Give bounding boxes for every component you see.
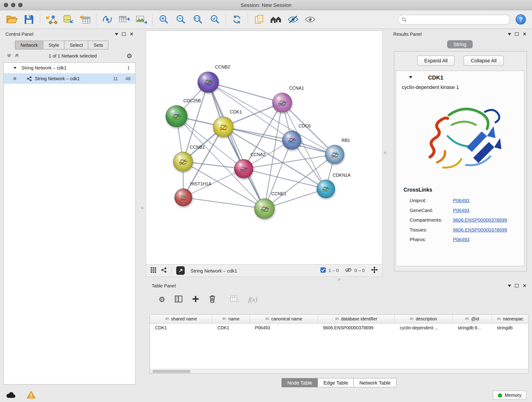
crosslink-value-link[interactable]: P06493 — [453, 207, 469, 213]
collapse-gene-icon[interactable] — [409, 76, 412, 78]
table-cell[interactable]: stringdb — [492, 324, 529, 332]
import-network-database-button[interactable] — [60, 12, 76, 27]
panel-float-icon[interactable] — [515, 32, 519, 36]
network-node-ccna2[interactable] — [234, 159, 253, 178]
panel-close-icon[interactable]: ✕ — [523, 283, 526, 288]
network-options-gear-icon[interactable]: ⚙ — [127, 53, 132, 59]
crosslink-value-link[interactable]: 9606.ENSP00000378699 — [453, 227, 507, 232]
birds-eye-view-icon[interactable] — [150, 267, 157, 274]
panel-close-icon[interactable]: ✕ — [523, 32, 526, 36]
toolbar-search — [398, 14, 510, 24]
panel-float-icon[interactable] — [515, 284, 519, 287]
network-node-ccne1[interactable] — [254, 198, 275, 219]
column-header[interactable]: @id — [452, 315, 492, 323]
warning-icon[interactable] — [27, 390, 36, 400]
network-overview-icon[interactable] — [161, 267, 167, 274]
table-data-row[interactable]: CDK1CDK1P064939606.ENSP00000378699cyclin… — [150, 324, 528, 332]
collapse-all-networks-icon[interactable] — [7, 53, 11, 59]
network-view-panel: CCNB2CCNA1CDC25BCDK1CDC6RB1CCNB1CCNA2CDK… — [146, 31, 382, 277]
panel-menu-icon[interactable] — [508, 284, 511, 287]
splitter-handle[interactable] — [141, 206, 143, 209]
panel-float-icon[interactable] — [122, 32, 126, 36]
panel-close-icon[interactable]: ✕ — [130, 32, 133, 36]
network-node-hist1h1a[interactable] — [175, 189, 192, 206]
selected-checkbox-icon[interactable] — [320, 267, 326, 274]
splitter-handle[interactable] — [384, 152, 386, 154]
column-header[interactable]: shared name — [150, 315, 212, 323]
pan-mode-icon[interactable] — [371, 266, 378, 275]
scrollbar-thumb[interactable] — [152, 370, 191, 373]
panel-menu-icon[interactable] — [508, 33, 511, 35]
tab-select[interactable]: Select — [64, 41, 88, 50]
splitter-handle[interactable] — [338, 278, 341, 281]
network-canvas[interactable]: CCNB2CCNA1CDC25BCDK1CDC6RB1CCNB1CCNA2CDK… — [146, 31, 382, 264]
table-options-gear-icon[interactable]: ⚙ — [158, 296, 165, 303]
search-input[interactable] — [398, 14, 510, 24]
home-button[interactable] — [268, 12, 285, 27]
add-column-icon[interactable] — [192, 295, 199, 304]
function-builder-icon[interactable]: f(x) — [248, 296, 257, 303]
table-cell[interactable]: cyclin-dependent ... — [395, 324, 453, 332]
network-row[interactable]: String Network – cdk1 11 48 — [4, 73, 135, 84]
new-network-from-selection-button[interactable] — [99, 12, 116, 27]
show-columns-icon[interactable] — [174, 295, 183, 304]
table-cell[interactable]: CDK1 — [212, 324, 250, 332]
column-header[interactable]: database identifier — [318, 315, 395, 323]
tab-string[interactable]: String — [447, 40, 473, 49]
column-header[interactable]: description — [395, 315, 453, 323]
zoom-in-button[interactable] — [155, 12, 172, 27]
crosslink-value-link[interactable]: P06493 — [453, 236, 469, 242]
network-node-cdc25b[interactable] — [166, 105, 187, 127]
gene-card-header[interactable]: CDK1 — [396, 71, 524, 85]
tab-edge-table[interactable]: Edge Table — [317, 378, 354, 387]
import-network-file-button[interactable] — [43, 12, 60, 27]
import-table-button[interactable] — [77, 12, 94, 27]
open-session-button[interactable] — [3, 12, 20, 27]
tab-network[interactable]: Network — [15, 41, 43, 50]
table-cell[interactable]: CDK1 — [150, 324, 212, 332]
detach-view-button[interactable] — [176, 266, 185, 275]
table-cell[interactable]: 9606.ENSP00000378699 — [318, 324, 395, 332]
zoom-out-button[interactable] — [172, 12, 189, 27]
network-node-cdk1[interactable] — [213, 117, 234, 137]
export-network-button[interactable] — [116, 12, 133, 27]
expand-all-button[interactable]: Expand All — [417, 56, 455, 66]
tab-style[interactable]: Style — [43, 41, 65, 50]
expand-all-networks-icon[interactable] — [15, 53, 19, 59]
delete-column-icon[interactable] — [209, 294, 216, 305]
hide-selected-button[interactable] — [285, 12, 302, 27]
export-image-button[interactable] — [133, 12, 150, 27]
column-header[interactable]: canonical name — [250, 315, 318, 323]
network-node-ccnb2[interactable] — [198, 71, 219, 93]
cloud-icon[interactable] — [6, 391, 17, 400]
network-node-rb1[interactable] — [325, 145, 344, 164]
network-node-cdc6[interactable] — [282, 131, 301, 150]
collapse-all-button[interactable]: Collapse All — [464, 56, 504, 66]
column-header[interactable]: name — [212, 315, 250, 323]
network-node-ccna1[interactable] — [272, 93, 292, 113]
zoom-fit-button[interactable] — [189, 12, 206, 27]
crosslink-value-link[interactable]: P06493 — [453, 198, 469, 203]
refresh-layout-button[interactable] — [228, 12, 245, 27]
duplicate-network-button[interactable] — [250, 12, 267, 27]
panel-menu-icon[interactable] — [115, 33, 119, 35]
help-button[interactable]: ? — [516, 14, 526, 25]
crosslink-value-link[interactable]: 9606.ENSP00000378699 — [453, 217, 507, 223]
show-all-button[interactable] — [302, 12, 318, 27]
network-node-ccnb1[interactable] — [173, 152, 193, 172]
hidden-eye-icon[interactable] — [345, 268, 352, 274]
network-collection-row[interactable]: String Network – cdk1 1 — [4, 63, 135, 73]
horizontal-scrollbar[interactable] — [150, 369, 528, 373]
zoom-selected-button[interactable] — [206, 12, 223, 27]
tab-node-table[interactable]: Node Table — [282, 378, 318, 387]
network-node-cdkn1a[interactable] — [317, 180, 335, 198]
table-cell[interactable]: stringdb:9... — [452, 324, 492, 332]
table-cell[interactable]: P06493 — [250, 324, 318, 332]
memory-button[interactable]: Memory — [493, 391, 526, 400]
tree-expand-icon[interactable] — [13, 67, 17, 69]
save-session-button[interactable] — [20, 12, 37, 27]
delete-table-icon[interactable] — [230, 295, 239, 304]
column-header[interactable]: namespac — [492, 315, 529, 323]
tab-sets[interactable]: Sets — [88, 41, 108, 50]
tab-network-table[interactable]: Network Table — [354, 378, 396, 387]
